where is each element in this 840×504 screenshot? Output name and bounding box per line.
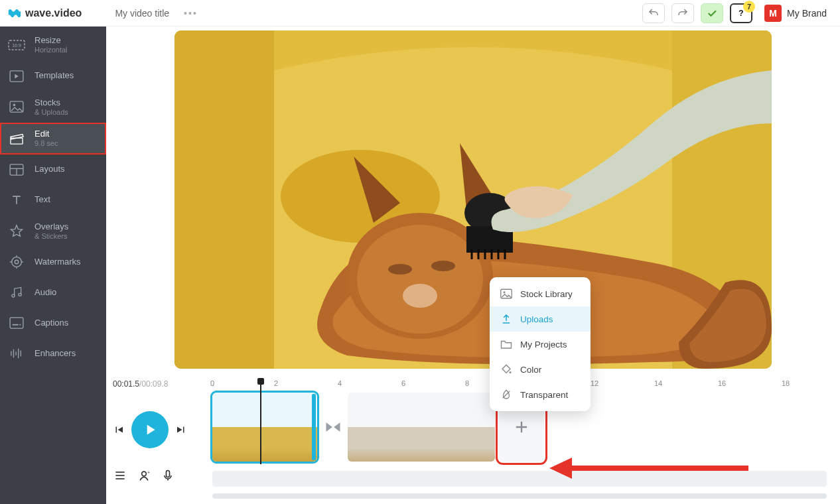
add-clip-menu: Stock Library Uploads My Projects Color … xyxy=(490,277,591,411)
paint-bucket-icon xyxy=(500,363,512,375)
menu-item-label: Transparent xyxy=(520,390,568,400)
menu-item-uploads[interactable]: Uploads xyxy=(490,306,591,332)
svg-point-17 xyxy=(12,294,15,297)
sidebar-item-label: Layouts xyxy=(35,164,65,174)
timeline-clip-2[interactable] xyxy=(348,393,495,462)
menu-item-my-projects[interactable]: My Projects xyxy=(490,332,591,357)
equalizer-icon xyxy=(8,345,25,362)
sidebar-item-stocks[interactable]: Stocks& Uploads xyxy=(0,92,106,123)
video-preview[interactable] xyxy=(175,31,772,369)
ruler-tick: 16 xyxy=(718,379,726,387)
svg-point-35 xyxy=(388,264,412,275)
sidebar-item-sublabel: & Uploads xyxy=(35,108,68,117)
sidebar-item-sublabel: 9.8 sec xyxy=(35,139,58,148)
svg-marker-4 xyxy=(15,74,18,78)
list-view-button[interactable] xyxy=(113,468,127,483)
text-icon xyxy=(8,192,25,209)
main-area: Stock Library Uploads My Projects Color … xyxy=(106,27,840,504)
sidebar-item-captions[interactable]: Captions xyxy=(0,308,106,338)
sidebar-item-edit[interactable]: Edit9.8 sec xyxy=(0,123,106,155)
sidebar-item-label: Overlays xyxy=(35,222,68,232)
image-icon xyxy=(500,288,512,300)
sidebar-item-resize[interactable]: 16:9 ResizeHorizontal xyxy=(0,29,106,61)
play-button[interactable] xyxy=(131,411,169,448)
transparent-icon xyxy=(500,389,512,401)
svg-point-47 xyxy=(504,291,506,293)
more-menu-button[interactable]: ••• xyxy=(184,8,198,19)
sidebar-item-label: Captions xyxy=(35,318,68,328)
menu-item-label: Uploads xyxy=(520,314,553,324)
undo-button[interactable] xyxy=(642,3,665,23)
gear-icon xyxy=(8,253,25,271)
ruler-tick: 14 xyxy=(654,379,662,387)
menu-item-label: Color xyxy=(520,365,541,375)
sidebar-item-label: Edit xyxy=(35,129,58,139)
plus-icon xyxy=(512,418,531,436)
brand-menu-button[interactable]: M My Brand xyxy=(759,2,832,25)
svg-point-48 xyxy=(510,371,512,373)
timeline-zoom-scrollbar[interactable] xyxy=(212,493,827,499)
time-total: /00:09.8 xyxy=(139,379,168,389)
prev-clip-button[interactable] xyxy=(113,424,125,436)
svg-point-32 xyxy=(357,225,483,334)
sidebar-item-overlays[interactable]: Overlays& Stickers xyxy=(0,216,106,247)
play-icon xyxy=(141,421,159,438)
clapperboard-icon xyxy=(8,130,25,147)
mic-button[interactable] xyxy=(161,468,175,483)
timeline-timecode: 00:01.5/00:09.8 xyxy=(113,379,206,389)
sidebar-item-label: Enhancers xyxy=(35,349,76,359)
wave-logo-icon xyxy=(8,8,21,19)
next-clip-button[interactable] xyxy=(175,424,187,436)
svg-point-36 xyxy=(431,261,455,271)
help-button[interactable]: ? 7 xyxy=(730,3,752,23)
sidebar-item-sublabel: Horizontal xyxy=(35,46,68,54)
menu-item-stock-library[interactable]: Stock Library xyxy=(490,281,591,306)
svg-point-11 xyxy=(12,257,22,267)
playhead[interactable] xyxy=(260,379,261,464)
menu-item-transparent[interactable]: Transparent xyxy=(490,382,591,407)
sidebar-item-watermarks[interactable]: Watermarks xyxy=(0,247,106,277)
brand-label: My Brand xyxy=(787,8,827,19)
sidebar-item-text[interactable]: Text xyxy=(0,185,106,216)
folder-icon xyxy=(500,338,512,350)
sidebar-item-enhancers[interactable]: Enhancers xyxy=(0,338,106,369)
sidebar-item-label: Resize xyxy=(35,36,68,46)
svg-rect-55 xyxy=(167,471,170,477)
ruler-tick: 4 xyxy=(338,379,342,387)
voiceover-button[interactable]: + xyxy=(137,468,151,483)
timeline-clip-1[interactable] xyxy=(212,393,317,462)
sidebar-item-audio[interactable]: Audio xyxy=(0,277,106,308)
upload-icon xyxy=(500,313,512,325)
redo-button[interactable] xyxy=(671,3,694,23)
transition-button[interactable] xyxy=(324,418,342,436)
svg-point-6 xyxy=(13,104,16,107)
project-title[interactable]: My video title xyxy=(115,8,169,19)
svg-point-12 xyxy=(15,261,19,265)
svg-point-18 xyxy=(19,294,21,296)
ruler-tick: 2 xyxy=(274,379,278,387)
redo-icon xyxy=(677,7,689,19)
sidebar-item-templates[interactable]: Templates xyxy=(0,61,106,92)
menu-item-color[interactable]: Color xyxy=(490,357,591,382)
help-badge: 7 xyxy=(743,1,755,13)
menu-item-label: Stock Library xyxy=(520,289,573,299)
svg-point-37 xyxy=(403,284,437,308)
undo-icon xyxy=(648,7,660,19)
svg-rect-28 xyxy=(175,31,274,369)
app-logo[interactable]: wave.video xyxy=(8,7,82,19)
timeline-controls: 00:01.5/00:09.8 + xyxy=(106,377,212,504)
save-button[interactable] xyxy=(701,3,723,23)
sidebar-item-label: Templates xyxy=(35,71,74,81)
preview-wrap: Stock Library Uploads My Projects Color … xyxy=(106,27,840,377)
audio-track[interactable] xyxy=(212,471,827,487)
svg-text:16:9: 16:9 xyxy=(12,43,21,48)
music-icon xyxy=(8,284,25,301)
ruler-tick: 8 xyxy=(465,379,469,387)
clip-trim-handle[interactable] xyxy=(312,394,316,460)
preview-image xyxy=(175,31,772,369)
svg-text:?: ? xyxy=(738,9,743,18)
sidebar-item-layouts[interactable]: Layouts xyxy=(0,155,106,185)
ruler-tick: 0 xyxy=(210,379,214,387)
sidebar-item-label: Audio xyxy=(35,288,56,298)
star-icon xyxy=(8,223,25,240)
